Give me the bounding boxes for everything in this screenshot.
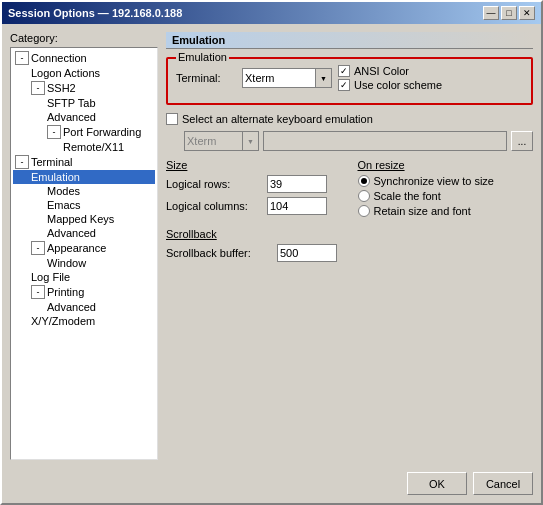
window-title: Session Options — 192.168.0.188	[8, 7, 182, 19]
logical-rows-label: Logical rows:	[166, 178, 261, 190]
content-area: Category: - Connection Logon Actions - S…	[2, 24, 541, 468]
dropdown-arrow-icon[interactable]: ▼	[315, 69, 331, 87]
sidebar-item-emulation[interactable]: Emulation	[13, 170, 155, 184]
sidebar-item-label: Appearance	[47, 242, 106, 254]
sidebar-item-label: SFTP Tab	[47, 97, 96, 109]
sidebar-item-label: Mapped Keys	[47, 213, 114, 225]
sidebar-item-advanced3[interactable]: Advanced	[13, 300, 155, 314]
size-section: Size Logical rows: Logical columns:	[166, 159, 342, 220]
category-tree[interactable]: - Connection Logon Actions - SSH2 SFTP T…	[10, 47, 158, 460]
ansi-color-checkbox[interactable]: ✓	[338, 65, 350, 77]
alt-keyboard-row: Select an alternate keyboard emulation	[166, 113, 533, 125]
sidebar-item-mapped-keys[interactable]: Mapped Keys	[13, 212, 155, 226]
sidebar-item-label: Advanced	[47, 301, 96, 313]
ok-button[interactable]: OK	[407, 472, 467, 495]
sidebar-item-remote-x11[interactable]: Remote/X11	[13, 140, 155, 154]
size-resize-row: Size Logical rows: Logical columns: On r…	[166, 159, 533, 220]
use-color-scheme-row: ✓ Use color scheme	[338, 79, 442, 91]
expander-icon[interactable]: -	[31, 241, 45, 255]
spacer	[166, 274, 533, 460]
use-color-scheme-checkbox[interactable]: ✓	[338, 79, 350, 91]
sidebar-item-label: Remote/X11	[63, 141, 124, 153]
scrollback-section: Scrollback Scrollback buffer:	[166, 228, 533, 266]
sidebar-item-advanced2[interactable]: Advanced	[13, 226, 155, 240]
terminal-label: Terminal:	[176, 72, 236, 84]
sidebar-item-log-file[interactable]: Log File	[13, 270, 155, 284]
sidebar-item-label: X/Y/Zmodem	[31, 315, 95, 327]
sidebar-item-emacs[interactable]: Emacs	[13, 198, 155, 212]
alt-keyboard-controls: Xterm ▼ ...	[166, 131, 533, 151]
on-resize-radio-1[interactable]	[358, 190, 370, 202]
sidebar-item-terminal[interactable]: - Terminal	[13, 154, 155, 170]
title-controls: — □ ✕	[483, 6, 535, 20]
on-resize-section: On resize Synchronize view to size Scale…	[358, 159, 534, 220]
ansi-color-row: ✓ ANSI Color	[338, 65, 442, 77]
expander-icon[interactable]: -	[15, 51, 29, 65]
alt-keyboard-checkbox[interactable]	[166, 113, 178, 125]
size-title: Size	[166, 159, 342, 171]
category-panel: Category: - Connection Logon Actions - S…	[10, 32, 158, 460]
sidebar-item-xyz-modem[interactable]: X/Y/Zmodem	[13, 314, 155, 328]
sidebar-item-printing[interactable]: - Printing	[13, 284, 155, 300]
section-header: Emulation	[166, 32, 533, 49]
scrollback-buffer-input[interactable]	[277, 244, 337, 262]
logical-columns-row: Logical columns:	[166, 197, 342, 215]
sidebar-item-label: Modes	[47, 185, 80, 197]
main-panel: Emulation Emulation Terminal: Xterm ▼ ✓ …	[166, 32, 533, 460]
maximize-button[interactable]: □	[501, 6, 517, 20]
scrollback-title: Scrollback	[166, 228, 533, 240]
sidebar-item-label: Log File	[31, 271, 70, 283]
on-resize-radio-0[interactable]	[358, 175, 370, 187]
scrollback-buffer-row: Scrollback buffer:	[166, 244, 533, 262]
expander-icon[interactable]: -	[47, 125, 61, 139]
sidebar-item-sftp-tab[interactable]: SFTP Tab	[13, 96, 155, 110]
terminal-value: Xterm	[245, 72, 274, 84]
sidebar-item-modes[interactable]: Modes	[13, 184, 155, 198]
sidebar-item-label: Connection	[31, 52, 87, 64]
ansi-color-label: ANSI Color	[354, 65, 409, 77]
alt-browse-button[interactable]: ...	[511, 131, 533, 151]
sidebar-item-port-forwarding[interactable]: - Port Forwarding	[13, 124, 155, 140]
alt-keyboard-label: Select an alternate keyboard emulation	[182, 113, 373, 125]
alt-keyboard-input[interactable]	[263, 131, 507, 151]
alt-dropdown-arrow-icon[interactable]: ▼	[242, 132, 258, 150]
logical-rows-input[interactable]	[267, 175, 327, 193]
sidebar-item-label: Emulation	[31, 171, 80, 183]
emulation-fieldset: Emulation Terminal: Xterm ▼ ✓ ANSI Color…	[166, 57, 533, 105]
sidebar-item-ssh2[interactable]: - SSH2	[13, 80, 155, 96]
close-button[interactable]: ✕	[519, 6, 535, 20]
expander-icon[interactable]: -	[31, 81, 45, 95]
on-resize-label-2: Retain size and font	[374, 205, 471, 217]
sidebar-item-advanced[interactable]: Advanced	[13, 110, 155, 124]
sidebar-item-connection[interactable]: - Connection	[13, 50, 155, 66]
alt-keyboard-select[interactable]: Xterm ▼	[184, 131, 259, 151]
emulation-legend: Emulation	[176, 51, 229, 63]
sidebar-item-label: SSH2	[47, 82, 76, 94]
logical-rows-row: Logical rows:	[166, 175, 342, 193]
sidebar-item-label: Port Forwarding	[63, 126, 141, 138]
expander-icon[interactable]: -	[15, 155, 29, 169]
sidebar-item-logon-actions[interactable]: Logon Actions	[13, 66, 155, 80]
logical-columns-input[interactable]	[267, 197, 327, 215]
sidebar-item-label: Logon Actions	[31, 67, 100, 79]
cancel-button[interactable]: Cancel	[473, 472, 533, 495]
alt-keyboard-value: Xterm	[187, 135, 216, 147]
on-resize-radio-2[interactable]	[358, 205, 370, 217]
sidebar-item-window[interactable]: Window	[13, 256, 155, 270]
sidebar-item-label: Advanced	[47, 227, 96, 239]
on-resize-title: On resize	[358, 159, 534, 171]
main-window: Session Options — 192.168.0.188 — □ ✕ Ca…	[0, 0, 543, 505]
terminal-select[interactable]: Xterm ▼	[242, 68, 332, 88]
on-resize-option-2[interactable]: Retain size and font	[358, 205, 534, 217]
on-resize-option-0[interactable]: Synchronize view to size	[358, 175, 534, 187]
sidebar-item-label: Window	[47, 257, 86, 269]
terminal-row: Terminal: Xterm ▼ ✓ ANSI Color ✓ Use col…	[176, 65, 523, 91]
sidebar-item-appearance[interactable]: - Appearance	[13, 240, 155, 256]
category-label: Category:	[10, 32, 158, 44]
on-resize-option-1[interactable]: Scale the font	[358, 190, 534, 202]
sidebar-item-label: Emacs	[47, 199, 81, 211]
expander-icon[interactable]: -	[31, 285, 45, 299]
title-bar: Session Options — 192.168.0.188 — □ ✕	[2, 2, 541, 24]
minimize-button[interactable]: —	[483, 6, 499, 20]
sidebar-item-label: Advanced	[47, 111, 96, 123]
